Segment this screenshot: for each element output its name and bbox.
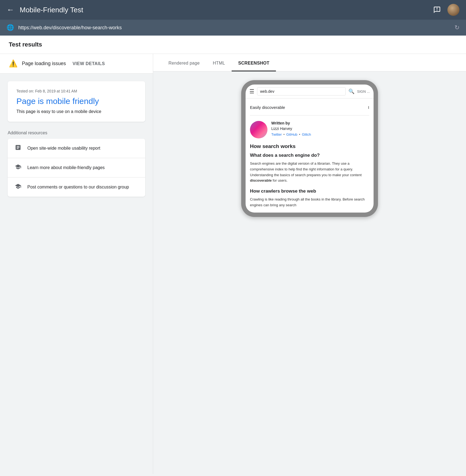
phone-paragraph-2: Crawling is like reading through all the… <box>250 197 369 208</box>
url-input[interactable] <box>18 25 450 31</box>
phone-heading-1: How search works <box>250 143 369 149</box>
globe-icon: 🌐 <box>7 24 14 31</box>
phone-heading-2: What does a search engine do? <box>250 153 369 158</box>
page-title: Mobile-Friendly Test <box>20 6 431 14</box>
phone-mockup: ☰ web.dev 🔍 SIGN ... Easily discoverable… <box>241 80 378 217</box>
resource-icon-3 <box>14 183 22 191</box>
resource-item-2[interactable]: Learn more about mobile-friendly pages <box>8 158 145 178</box>
phone-search-icon: 🔍 <box>348 88 354 94</box>
feedback-icon <box>433 6 441 14</box>
issues-text: Page loading issues <box>22 61 66 66</box>
header: ← Mobile-Friendly Test <box>0 0 466 20</box>
author-link-twitter[interactable]: Twitter <box>271 132 282 137</box>
resource-text-2: Learn more about mobile-friendly pages <box>27 165 105 170</box>
author-links: Twitter • GitHub • Glitch <box>271 132 369 137</box>
phone-heading-3: How crawlers browse the web <box>250 188 369 194</box>
refresh-icon[interactable]: ↻ <box>455 24 459 31</box>
main-content: ⚠️ Page loading issues VIEW DETAILS Test… <box>0 54 466 474</box>
tab-rendered-page[interactable]: Rendered page <box>162 56 206 71</box>
view-details-link[interactable]: VIEW DETAILS <box>72 61 105 66</box>
author-avatar <box>250 121 267 138</box>
feedback-button[interactable] <box>431 4 443 16</box>
phone-sign-label: SIGN ... <box>357 89 370 94</box>
avatar-image <box>447 4 459 16</box>
phone-nav: ☰ web.dev 🔍 SIGN ... <box>246 85 374 98</box>
resource-item-3[interactable]: Post comments or questions to our discus… <box>8 178 145 197</box>
author-info: Written by Lizzi Harvey Twitter • GitHub… <box>271 121 369 137</box>
resource-icon-1 <box>14 144 22 152</box>
result-card: Tested on: Feb 8, 2019 at 10:41 AM Page … <box>8 81 145 122</box>
mobile-friendly-title: Page is mobile friendly <box>16 97 136 106</box>
phone-search-bar: web.dev <box>257 87 346 95</box>
phone-container: ☰ web.dev 🔍 SIGN ... Easily discoverable… <box>153 71 466 226</box>
dot-1: • <box>283 132 285 137</box>
resource-text-3: Post comments or questions to our discus… <box>27 185 129 190</box>
tab-screenshot[interactable]: SCREENSHOT <box>232 56 276 71</box>
mobile-friendly-desc: This page is easy to use on a mobile dev… <box>16 109 136 114</box>
resource-icon-2 <box>14 164 22 172</box>
left-panel: ⚠️ Page loading issues VIEW DETAILS Test… <box>0 54 153 474</box>
header-icons <box>431 4 459 16</box>
test-results-bar: Test results <box>0 36 466 54</box>
resource-item-1[interactable]: Open site-wide mobile usability report <box>8 139 145 158</box>
additional-resources-label: Additional resources <box>0 128 153 139</box>
url-bar: 🌐 ↻ <box>0 20 466 36</box>
phone-screen: ☰ web.dev 🔍 SIGN ... Easily discoverable… <box>246 85 374 213</box>
written-by-label: Written by <box>271 121 369 125</box>
back-button[interactable]: ← <box>7 5 14 14</box>
tabs-bar: Rendered page HTML SCREENSHOT <box>153 54 466 71</box>
author-section: Written by Lizzi Harvey Twitter • GitHub… <box>250 121 369 138</box>
author-link-github[interactable]: GitHub <box>286 132 297 137</box>
test-results-label: Test results <box>9 41 42 48</box>
author-link-glitch[interactable]: Glitch <box>302 132 311 137</box>
warning-icon: ⚠️ <box>9 59 18 68</box>
issues-bar: ⚠️ Page loading issues VIEW DETAILS <box>0 54 153 74</box>
right-panel: Rendered page HTML SCREENSHOT ☰ web.dev … <box>153 54 466 474</box>
avatar[interactable] <box>447 4 459 16</box>
tab-html[interactable]: HTML <box>206 56 232 71</box>
phone-content: Easily discoverable I Written by Lizzi H… <box>246 98 374 213</box>
tested-on: Tested on: Feb 8, 2019 at 10:41 AM <box>16 89 136 93</box>
resource-text-1: Open site-wide mobile usability report <box>27 146 100 151</box>
dot-2: • <box>299 132 300 137</box>
phone-menu-icon: ☰ <box>249 88 254 95</box>
phone-paragraph-1: Search engines are the digital version o… <box>250 161 369 184</box>
resources-card: Open site-wide mobile usability report L… <box>8 139 145 197</box>
phone-section-label: Easily discoverable I <box>250 103 369 115</box>
author-name: Lizzi Harvey <box>271 126 369 131</box>
